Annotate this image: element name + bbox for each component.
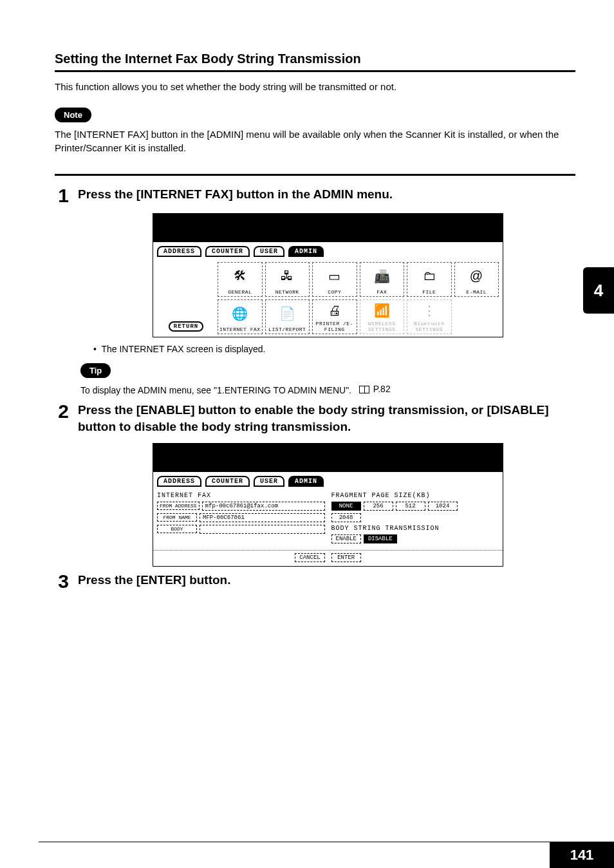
step-number: 2 <box>55 402 69 421</box>
left-title: INTERNET FAX <box>157 492 325 499</box>
section-title: Setting the Internet Fax Body String Tra… <box>55 52 575 66</box>
step-number: 3 <box>55 572 69 591</box>
return-button[interactable]: RETURN <box>169 321 203 332</box>
bluetooth-icon: ⋮ <box>423 300 436 321</box>
step-title: Press the [ENABLE] button to enable the … <box>78 402 575 435</box>
tip-pill: Tip <box>80 363 111 378</box>
disable-button[interactable]: DISABLE <box>364 534 397 543</box>
from-name-value: MFP-00C67861 <box>200 513 325 522</box>
tab-user[interactable]: USER <box>254 246 284 257</box>
step-title: Press the [ENTER] button. <box>78 572 575 589</box>
enter-button[interactable]: ENTER <box>331 553 361 562</box>
tab-counter[interactable]: COUNTER <box>205 476 250 487</box>
return-col: RETURN <box>157 299 215 334</box>
enable-button[interactable]: ENABLE <box>331 534 361 543</box>
btn-network[interactable]: 🖧NETWORK <box>265 262 310 297</box>
device-screen-1: ADDRESS COUNTER USER ADMIN 🛠GENERAL 🖧NET… <box>153 213 503 337</box>
step-3: 3 Press the [ENTER] button. <box>55 572 575 591</box>
btn-general[interactable]: 🛠GENERAL <box>218 262 263 297</box>
tab-address[interactable]: ADDRESS <box>157 246 201 257</box>
list-icon: 📄 <box>279 300 296 326</box>
globe-icon: 🌐 <box>232 300 248 326</box>
step-number: 1 <box>55 186 69 205</box>
printer-icon: 🖨 <box>328 300 342 321</box>
tab-admin[interactable]: ADMIN <box>288 476 324 487</box>
from-address-value: mfp-00c67861@ifax.com <box>202 502 325 511</box>
bst-title: BODY STRING TRANSMISSION <box>331 525 499 532</box>
from-address-label[interactable]: FROM ADDRESS <box>157 502 200 510</box>
wireless-icon: 📶 <box>374 300 391 321</box>
btn-file[interactable]: 🗀FILE <box>407 262 452 297</box>
device-screen-2: ADDRESS COUNTER USER ADMIN INTERNET FAX … <box>153 443 503 567</box>
fax-icon: 📠 <box>374 263 391 289</box>
rule <box>55 70 575 72</box>
body-value <box>200 525 325 534</box>
screen-header <box>153 444 503 472</box>
btn-copy[interactable]: ▭COPY <box>312 262 357 297</box>
bullet-text: • The INTERNET FAX screen is displayed. <box>93 344 575 354</box>
btn-printer-efiling[interactable]: 🖨PRINTER /E-FILING <box>312 299 357 334</box>
network-icon: 🖧 <box>281 263 294 289</box>
opt-1024[interactable]: 1024 <box>428 502 458 511</box>
screen-header <box>153 214 503 242</box>
email-icon: @ <box>470 263 483 289</box>
tab-address[interactable]: ADDRESS <box>157 476 201 487</box>
btn-internet-fax[interactable]: 🌐INTERNET FAX <box>218 299 263 334</box>
step-2: 2 Press the [ENABLE] button to enable th… <box>55 402 575 435</box>
empty-cell <box>454 299 499 334</box>
screen-tabs: ADDRESS COUNTER USER ADMIN <box>153 472 503 489</box>
book-icon <box>359 386 369 393</box>
fragment-title: FRAGMENT PAGE SIZE(KB) <box>331 492 499 499</box>
step-title: Press the [INTERNET FAX] button in the A… <box>78 186 575 203</box>
page-ref: P.82 <box>359 383 391 396</box>
side-col <box>157 262 215 297</box>
tip-body: To display the ADMIN menu, see "1.ENTERI… <box>80 383 575 397</box>
screen-tabs: ADDRESS COUNTER USER ADMIN <box>153 242 503 259</box>
opt-512[interactable]: 512 <box>396 502 425 511</box>
btn-email[interactable]: @E-MAIL <box>454 262 499 297</box>
file-icon: 🗀 <box>423 263 436 289</box>
btn-fax[interactable]: 📠FAX <box>360 262 405 297</box>
btn-list-report[interactable]: 📄LIST/REPORT <box>265 299 310 334</box>
page-number: 141 <box>550 842 614 868</box>
footer-rule <box>39 842 614 842</box>
intro-text: This function allows you to set whether … <box>55 81 575 92</box>
rule <box>55 174 575 176</box>
wrench-icon: 🛠 <box>234 263 247 289</box>
btn-wireless: 📶WIRELESS SETTINGS <box>360 299 405 334</box>
opt-256[interactable]: 256 <box>364 502 393 511</box>
step-1: 1 Press the [INTERNET FAX] button in the… <box>55 186 575 205</box>
chapter-thumb-tab: 4 <box>583 267 614 314</box>
tab-counter[interactable]: COUNTER <box>205 246 250 257</box>
opt-2048[interactable]: 2048 <box>331 513 361 522</box>
note-body: The [INTERNET FAX] button in the [ADMIN]… <box>55 127 575 155</box>
note-pill: Note <box>55 108 91 122</box>
body-label[interactable]: BODY <box>157 525 197 533</box>
tab-admin[interactable]: ADMIN <box>288 246 324 257</box>
btn-bluetooth: ⋮Bluetooth SETTINGS <box>407 299 452 334</box>
from-name-label[interactable]: FROM NAME <box>157 513 197 522</box>
cancel-button[interactable]: CANCEL <box>295 553 324 562</box>
opt-none[interactable]: NONE <box>331 502 361 511</box>
copy-icon: ▭ <box>328 263 341 289</box>
tab-user[interactable]: USER <box>254 476 284 487</box>
